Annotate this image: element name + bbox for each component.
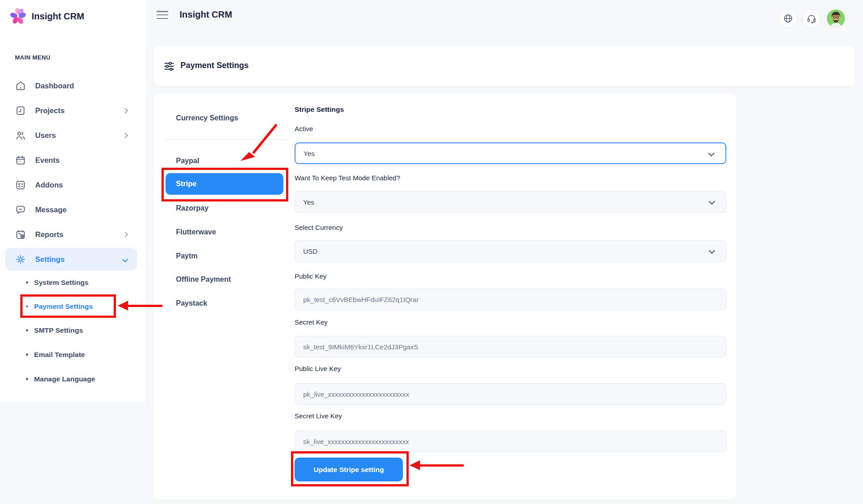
sidebar-subitem-smtp-settings[interactable]: SMTP Settings [26,324,83,337]
subitem-label: System Settings [34,279,89,287]
sidebar-item-label: Reports [35,230,63,239]
payment-settings-card: Currency Settings Paypal Stripe Razorpay… [153,94,736,499]
sidebar: Insight CRM MAIN MENU Dashboard Projects… [0,0,145,402]
sidebar-item-users[interactable]: Users [5,124,137,147]
subitem-label: SMTP Settings [34,326,83,334]
sidebar-item-events[interactable]: Events [5,149,137,171]
user-avatar[interactable] [827,9,845,27]
brand-name: Insight CRM [32,11,84,22]
tab-label: Paytm [176,252,198,260]
tab-paytm[interactable]: Paytm [176,249,198,263]
select-value: Yes [304,150,314,157]
chat-icon [15,205,26,215]
tab-label: Flutterwave [176,228,216,236]
globe-button[interactable] [779,9,798,28]
tab-offline-payment[interactable]: Offline Payment [176,273,231,286]
chevron-down-icon [708,150,715,156]
field-label-secret-key: Secret Key [295,318,328,328]
tab-label: Currency Settings [176,114,238,122]
select-value: USD [303,247,318,255]
sidebar-subitem-system-settings[interactable]: System Settings [26,276,88,289]
subitem-label: Manage Language [34,375,95,383]
chevron-down-icon [122,257,128,262]
sidebar-item-message[interactable]: Message [5,198,137,221]
sidebar-subitem-manage-language[interactable]: Manage Language [26,372,95,386]
sidebar-item-addons[interactable]: Addons [5,174,137,196]
currency-select[interactable]: USD [295,240,726,262]
calendar-icon [15,155,26,165]
sidebar-section-label: MAIN MENU [15,54,51,61]
sidebar-item-label: Dashboard [35,82,74,90]
headset-icon [807,14,817,23]
chevron-right-icon [122,232,128,238]
page-title: Payment Settings [180,61,249,70]
checklist-icon [15,180,26,190]
tab-label: Stripe [176,180,196,188]
tab-flutterwave[interactable]: Flutterwave [176,225,216,239]
sidebar-item-label: Projects [35,106,65,115]
sidebar-item-label: Addons [35,181,63,189]
field-label-public-live-key: Public Live Key [295,365,341,375]
menu-icon[interactable] [157,11,168,20]
chevron-right-icon [122,133,128,138]
brand-logo[interactable]: Insight CRM [9,7,84,25]
form-heading: Stripe Settings [295,105,344,114]
page-header-card: Payment Settings [153,46,855,86]
field-label-test-mode: Want To Keep Test Mode Enabled? [295,174,400,184]
chevron-down-icon [709,198,715,205]
tab-currency-settings[interactable]: Currency Settings [176,111,238,125]
chevron-down-icon [709,247,715,254]
sidebar-item-label: Settings [35,255,65,264]
sidebar-item-settings[interactable]: Settings [5,248,137,270]
sidebar-item-reports[interactable]: Reports [5,223,137,246]
users-icon [15,130,26,141]
tab-label: Razorpay [176,204,208,212]
tab-label: Paystack [176,299,207,307]
sidebar-item-label: Users [35,131,56,140]
chevron-right-icon [122,108,128,114]
secret-key-input[interactable] [295,336,726,357]
subitem-label: Payment Settings [34,302,93,311]
field-label-public-key: Public Key [295,272,327,282]
sidebar-item-dashboard[interactable]: Dashboard [5,74,137,97]
sidebar-subitem-payment-settings[interactable]: Payment Settings [26,300,93,313]
tab-razorpay[interactable]: Razorpay [176,202,208,215]
gear-icon [15,254,26,265]
field-label-active: Active [295,125,313,135]
tab-label: Offline Payment [176,275,231,284]
sidebar-item-label: Events [35,156,60,165]
field-label-currency: Select Currency [295,224,343,234]
app-title: Insight CRM [180,9,232,20]
avatar-image [827,9,845,27]
select-value: Yes [303,198,314,206]
sidebar-item-label: Message [35,206,67,214]
support-button[interactable] [802,9,821,28]
subitem-label: Email Template [34,351,85,359]
home-icon [15,81,26,91]
tab-paystack[interactable]: Paystack [176,297,207,310]
tab-paypal[interactable]: Paypal [176,154,199,168]
report-icon [15,229,26,240]
tab-stripe[interactable]: Stripe [166,173,283,195]
sidebar-item-projects[interactable]: Projects [5,99,137,122]
globe-icon [783,14,793,23]
active-select[interactable]: Yes [295,142,726,164]
tab-label: Paypal [176,157,199,165]
test-mode-select[interactable]: Yes [295,191,726,213]
update-stripe-setting-button[interactable]: Update Stripe setting [295,458,403,481]
public-key-input[interactable] [295,289,726,310]
public-live-key-input[interactable] [295,383,726,405]
sidebar-subitem-email-template[interactable]: Email Template [26,348,85,362]
sliders-icon [163,60,175,72]
divider [165,139,288,140]
field-label-secret-live-key: Secret Live Key [295,412,342,422]
secret-live-key-input[interactable] [295,431,726,452]
flower-logo-icon [9,7,27,25]
document-icon [15,105,26,116]
